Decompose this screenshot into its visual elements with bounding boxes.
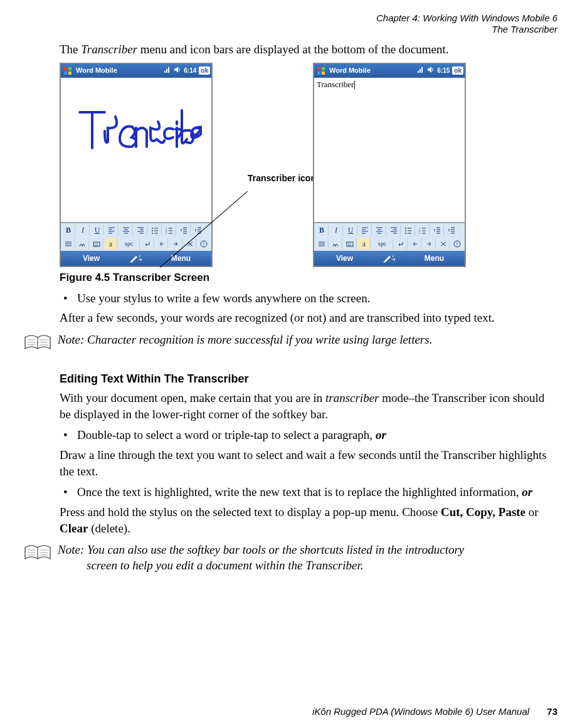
- bold-button[interactable]: B: [62, 224, 75, 236]
- svg-rect-14: [93, 242, 100, 246]
- align-right-icon[interactable]: [388, 224, 401, 236]
- svg-marker-24: [428, 66, 431, 73]
- svg-rect-21: [418, 71, 419, 73]
- svg-rect-5: [166, 69, 167, 73]
- bold-button[interactable]: B: [315, 224, 329, 236]
- right-arrow-icon[interactable]: [423, 238, 436, 250]
- transcriber-icon[interactable]: [375, 251, 404, 266]
- phone-screenshot-left: Word Mobile 6:14 ok: [60, 63, 213, 267]
- bullets-icon[interactable]: [402, 224, 415, 236]
- paragraph: After a few seconds, your words are reco…: [60, 310, 551, 326]
- softkey-view[interactable]: View: [314, 253, 375, 263]
- list-item: Once the text is highlighted, write the …: [60, 484, 551, 500]
- align-right-icon[interactable]: [134, 224, 147, 236]
- svg-text:?: ?: [203, 241, 205, 247]
- signal-icon: [417, 66, 425, 76]
- correction-icon[interactable]: [437, 238, 450, 250]
- enter-icon[interactable]: [394, 238, 408, 250]
- title-bar: Word Mobile 6:15 ok: [314, 64, 465, 78]
- help-icon[interactable]: ?: [451, 238, 463, 250]
- underline-button[interactable]: U: [344, 224, 357, 236]
- softkey-bar: View Menu: [314, 251, 465, 266]
- book-icon: [24, 544, 51, 565]
- softkey-bar: View Menu: [61, 251, 211, 266]
- numbered-list-icon[interactable]: 123: [163, 224, 176, 236]
- svg-marker-7: [174, 66, 178, 73]
- right-arrow-icon[interactable]: [169, 238, 182, 250]
- options-icon[interactable]: [62, 238, 75, 250]
- ok-button[interactable]: ok: [199, 66, 210, 75]
- left-arrow-icon[interactable]: [156, 238, 169, 250]
- manual-title: iKôn Rugged PDA (Windows Mobile 6) User …: [312, 706, 529, 717]
- start-icon: [62, 65, 73, 76]
- svg-rect-3: [68, 71, 71, 75]
- running-header: Chapter 4: Working With Windows Mobile 6…: [13, 13, 557, 35]
- app-title: Word Mobile: [329, 66, 414, 75]
- outdent-icon[interactable]: [431, 224, 444, 236]
- help-icon[interactable]: ?: [198, 238, 210, 250]
- handwriting-sample: [70, 103, 202, 162]
- enter-icon[interactable]: [141, 238, 154, 250]
- align-center-icon[interactable]: [120, 224, 133, 236]
- recognizer-icon[interactable]: [330, 238, 343, 250]
- book-icon: [24, 334, 51, 355]
- italic-button[interactable]: I: [330, 224, 343, 236]
- svg-rect-18: [322, 67, 325, 70]
- phone-screenshot-right: Word Mobile 6:15 ok Transcriber B I: [313, 63, 466, 267]
- softkey-menu[interactable]: Menu: [150, 253, 211, 263]
- paragraph: With your document open, make certain th…: [60, 390, 551, 422]
- space-button[interactable]: spc: [372, 238, 393, 250]
- svg-text:3: 3: [166, 232, 167, 234]
- letter-shapes-button[interactable]: a: [358, 238, 371, 250]
- italic-button[interactable]: I: [77, 224, 90, 236]
- note-text: Note: You can also use the softkey bar t…: [58, 542, 464, 573]
- svg-point-8: [152, 228, 153, 229]
- svg-rect-22: [420, 69, 421, 73]
- align-left-icon[interactable]: [105, 224, 119, 236]
- bullets-icon[interactable]: [149, 224, 162, 236]
- outdent-icon[interactable]: [177, 224, 191, 236]
- svg-rect-4: [164, 71, 166, 73]
- svg-text:3: 3: [419, 232, 421, 234]
- align-center-icon[interactable]: [373, 224, 386, 236]
- list-item: Double-tap to select a word or triple-ta…: [60, 427, 551, 443]
- speaker-icon: [174, 66, 181, 76]
- document-canvas[interactable]: [61, 78, 211, 223]
- recognizer-icon[interactable]: [77, 238, 90, 250]
- space-button[interactable]: spc: [119, 238, 140, 250]
- softkey-menu[interactable]: Menu: [404, 253, 465, 263]
- format-toolbar: B I U 123 a: [61, 223, 211, 251]
- intro-paragraph: The Transcriber menu and icon bars are d…: [60, 41, 551, 58]
- numbered-list-icon[interactable]: 123: [416, 224, 430, 236]
- clock-text: 6:15: [437, 66, 450, 75]
- svg-rect-20: [322, 71, 325, 75]
- transcriber-icon[interactable]: [122, 251, 150, 266]
- note-block: Note: Character recognition is more succ…: [24, 332, 551, 355]
- softkey-view[interactable]: View: [61, 253, 122, 263]
- svg-rect-2: [64, 71, 67, 75]
- clock-text: 6:14: [184, 66, 196, 75]
- ok-button[interactable]: ok: [452, 66, 463, 75]
- callout-label: Transcriber icon: [248, 172, 316, 184]
- signal-icon: [164, 66, 171, 76]
- keyboard-icon[interactable]: [344, 238, 357, 250]
- format-toolbar: B I U 123 a: [314, 223, 465, 251]
- svg-point-26: [405, 230, 406, 231]
- left-arrow-icon[interactable]: [409, 238, 422, 250]
- figure-row: Word Mobile 6:14 ok: [60, 63, 551, 267]
- indent-icon[interactable]: [445, 224, 458, 236]
- underline-button[interactable]: U: [91, 224, 104, 236]
- document-canvas[interactable]: Transcriber: [314, 78, 465, 223]
- paragraph: Draw a line through the text you want to…: [60, 447, 551, 479]
- letter-shapes-button[interactable]: a: [105, 238, 118, 250]
- svg-point-9: [152, 230, 153, 231]
- svg-point-27: [405, 233, 406, 234]
- typed-text: Transcriber: [317, 79, 355, 90]
- align-left-icon[interactable]: [359, 224, 372, 236]
- keyboard-icon[interactable]: [90, 238, 103, 250]
- note-block: Note: You can also use the softkey bar t…: [24, 542, 551, 573]
- speaker-icon: [427, 66, 435, 76]
- svg-rect-0: [64, 67, 67, 70]
- svg-rect-1: [68, 67, 71, 70]
- options-icon[interactable]: [315, 238, 329, 250]
